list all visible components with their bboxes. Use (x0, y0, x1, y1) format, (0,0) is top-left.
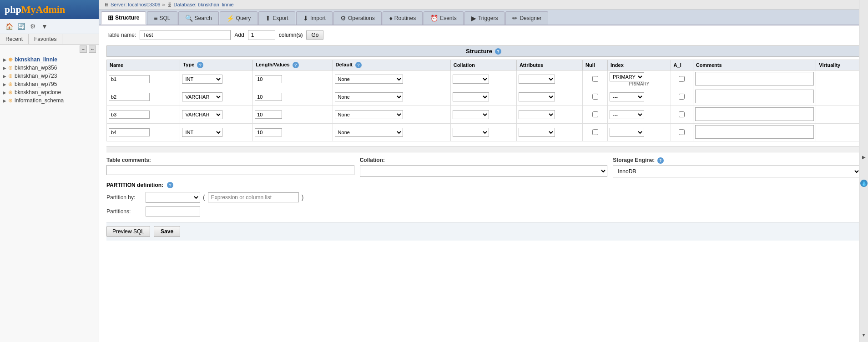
favorites-tab[interactable]: Favorites (29, 34, 62, 44)
name-input-1[interactable] (109, 93, 150, 101)
table-name-input[interactable] (140, 30, 231, 40)
collation-select[interactable]: utf8_general_ci utf8mb4_unicode_ci latin… (360, 165, 608, 177)
tab-export[interactable]: ⬆Export (258, 11, 295, 25)
tab-operations[interactable]: ⚙Operations (333, 11, 382, 25)
index-select-2[interactable]: ---PRIMARYUNIQUEINDEX (610, 110, 644, 119)
triggers-tab-label: Triggers (478, 15, 498, 21)
type-help-icon[interactable]: ? (197, 62, 203, 68)
index-select-0[interactable]: PRIMARY---UNIQUEINDEX (610, 72, 644, 81)
ai-check-3[interactable] (679, 129, 685, 135)
partition-by-select[interactable]: HASH KEY LIST RANGE (146, 192, 200, 203)
action-buttons: Preview SQL Save (106, 222, 861, 241)
attributes-sel-0[interactable] (519, 75, 555, 84)
structure-table: Name Type ? Length/Values ? Default ? Co… (106, 60, 861, 141)
structure-info-icon[interactable]: ? (495, 48, 501, 55)
storage-engine-help-icon[interactable]: ? (657, 157, 664, 164)
attributes-sel-2[interactable] (519, 110, 555, 119)
type-select-3[interactable]: INTVARCHARTEXTDATEDATETIMEFLOATDOUBLEDEC… (182, 128, 222, 137)
null-check-2[interactable] (592, 111, 598, 117)
settings-icon[interactable]: ⚙ (28, 22, 37, 31)
partitions-input[interactable] (146, 206, 200, 216)
expand-all-btn[interactable]: ↔ (89, 45, 96, 53)
default-select-0[interactable]: NoneCURRENT_TIMESTAMPNULL (335, 75, 403, 84)
default-select-2[interactable]: NoneCURRENT_TIMESTAMPNULL (335, 110, 403, 119)
length-input-0[interactable] (255, 75, 282, 83)
sidebar-item-bknskhan_wpclone[interactable]: ▶⊕bknskhan_wpclone (0, 88, 99, 96)
home-icon[interactable]: 🏠 (5, 22, 14, 31)
reload-icon[interactable]: 🔄 (16, 22, 25, 31)
partition-help-icon[interactable]: ? (167, 182, 173, 188)
collation-sel-1[interactable] (453, 92, 489, 101)
length-input-2[interactable] (255, 111, 282, 119)
type-select-1[interactable]: INTVARCHARTEXTDATEDATETIMEFLOATDOUBLEDEC… (182, 92, 222, 101)
name-cell-3 (107, 124, 180, 141)
server-icon: 🖥 (104, 2, 109, 7)
index-select-1[interactable]: ---PRIMARYUNIQUEINDEX (610, 92, 644, 101)
default-select-1[interactable]: NoneCURRENT_TIMESTAMPNULL (335, 92, 403, 101)
ai-check-1[interactable] (679, 94, 685, 100)
table-comments-input[interactable] (106, 165, 354, 175)
sidebar-item-bknskhan_linnie[interactable]: ▶⊕bknskhan_linnie (0, 55, 99, 64)
length-input-1[interactable] (255, 93, 282, 101)
comment-input-2[interactable] (695, 107, 814, 121)
default-cell-1: NoneCURRENT_TIMESTAMPNULL (333, 88, 450, 106)
sidebar-item-bknskhan_wp723[interactable]: ▶⊕bknskhan_wp723 (0, 72, 99, 80)
default-select-3[interactable]: NoneCURRENT_TIMESTAMPNULL (335, 128, 403, 137)
null-cell-0 (582, 70, 607, 88)
collation-sel-2[interactable] (453, 110, 489, 119)
tab-query[interactable]: ⚡Query (220, 11, 258, 25)
storage-engine-label: Storage Engine: ? (613, 157, 861, 164)
tab-structure[interactable]: ⊞Structure (101, 11, 146, 25)
type-select-0[interactable]: INTVARCHARTEXTDATEDATETIMEFLOATDOUBLEDEC… (182, 75, 222, 84)
tab-designer[interactable]: ✏Designer (505, 11, 548, 25)
add-columns-input[interactable] (248, 30, 275, 40)
name-input-3[interactable] (109, 128, 150, 136)
attributes-sel-1[interactable] (519, 92, 555, 101)
comment-input-0[interactable] (695, 72, 814, 86)
length-input-3[interactable] (255, 128, 282, 136)
sidebar-item-information_schema[interactable]: ▶⊕information_schema (0, 96, 99, 105)
expression-input[interactable] (208, 192, 299, 202)
comment-input-3[interactable] (695, 125, 814, 139)
default-help-icon[interactable]: ? (355, 62, 362, 68)
drop-icon[interactable]: 💧 (860, 180, 868, 187)
sidebar-item-bknskhan_wp356[interactable]: ▶⊕bknskhan_wp356 (0, 64, 99, 72)
more-icon[interactable]: ▼ (40, 22, 49, 31)
name-input-2[interactable] (109, 111, 150, 119)
breadcrumb-server[interactable]: Server: localhost:3306 (111, 2, 160, 7)
storage-engine-select[interactable]: InnoDB MyISAM MEMORY CSV ARCHIVE (613, 166, 861, 177)
tab-search[interactable]: 🔍Search (178, 11, 219, 25)
length-help-icon[interactable]: ? (293, 62, 299, 68)
null-check-1[interactable] (592, 94, 598, 100)
index-select-3[interactable]: ---PRIMARYUNIQUEINDEX (610, 128, 644, 137)
ai-cell-1 (671, 88, 693, 106)
tab-routines[interactable]: ♦Routines (383, 11, 423, 25)
columns-label: column(s) (279, 32, 303, 38)
save-button[interactable]: Save (154, 226, 180, 237)
collation-sel-3[interactable] (453, 128, 489, 137)
sidebar-item-bknskhan_wp795[interactable]: ▶⊕bknskhan_wp795 (0, 80, 99, 88)
tab-triggers[interactable]: ▶Triggers (464, 11, 505, 25)
ai-check-2[interactable] (679, 111, 685, 117)
collation-group: Collation: utf8_general_ci utf8mb4_unico… (360, 157, 608, 177)
tab-events[interactable]: ⏰Events (424, 11, 464, 25)
preview-sql-button[interactable]: Preview SQL (106, 226, 150, 237)
tab-sql[interactable]: ≡SQL (147, 11, 177, 25)
null-check-3[interactable] (592, 129, 598, 135)
scroll-bottom-arrow[interactable]: ▼ (862, 332, 866, 337)
null-check-0[interactable] (592, 76, 598, 82)
virtual-cell-3 (816, 124, 861, 141)
tab-import[interactable]: ⬇Import (296, 11, 333, 25)
horizontal-scrollbar[interactable] (106, 146, 861, 152)
collation-sel-0[interactable] (453, 75, 489, 84)
comment-input-1[interactable] (695, 90, 814, 103)
ai-check-0[interactable] (679, 76, 685, 82)
breadcrumb-database[interactable]: Database: bknskhan_linnie (174, 2, 234, 7)
attributes-sel-3[interactable] (519, 128, 555, 137)
go-button[interactable]: Go (306, 30, 323, 40)
recent-tab[interactable]: Recent (0, 34, 29, 44)
scroll-right-arrow[interactable]: ▶ (862, 155, 866, 160)
collapse-all-btn[interactable]: – (80, 45, 87, 53)
name-input-0[interactable] (109, 75, 150, 83)
type-select-2[interactable]: INTVARCHARTEXTDATEDATETIMEFLOATDOUBLEDEC… (182, 110, 222, 119)
